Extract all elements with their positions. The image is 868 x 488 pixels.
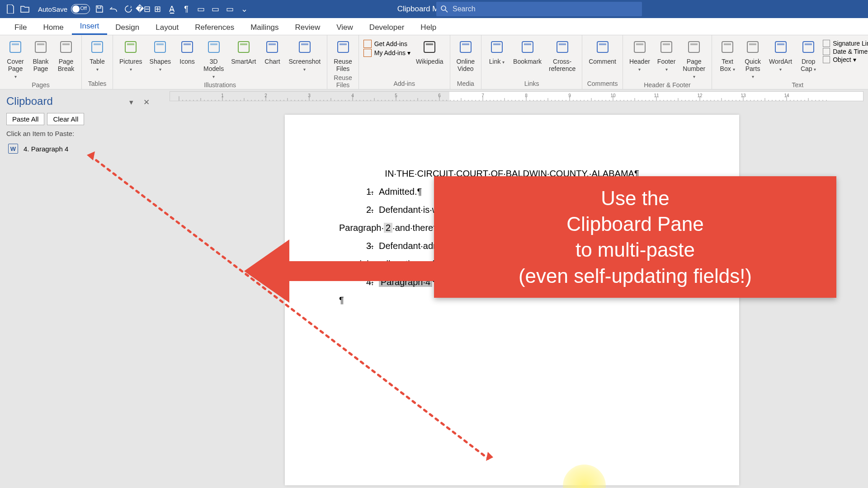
search-input[interactable] [453, 5, 642, 13]
svg-rect-42 [690, 43, 698, 45]
tab-design[interactable]: Design [107, 19, 147, 35]
svg-rect-20 [269, 43, 276, 45]
svg-text:6: 6 [438, 93, 441, 98]
ribbon-online-video[interactable]: OnlineVideo [453, 37, 478, 73]
ribbon-my-add-ins-[interactable]: My Add-ins ▾ [363, 49, 410, 57]
ribbon-text-box-[interactable]: TextBox ▾ [715, 37, 740, 73]
qat-icon6[interactable]: ▭ [210, 4, 220, 14]
tab-developer[interactable]: Developer [361, 19, 413, 35]
group-label: Header & Footer [626, 80, 709, 90]
svg-rect-39 [661, 42, 672, 52]
ribbon-link-[interactable]: Link ▾ [484, 37, 509, 66]
ribbon-wordart-[interactable]: WordArt ▾ [765, 37, 796, 73]
svg-point-0 [441, 6, 446, 10]
svg-text:10: 10 [610, 93, 616, 98]
qat-icon5[interactable]: ▭ [196, 4, 206, 14]
group-label: Media [453, 79, 478, 89]
svg-rect-40 [663, 43, 670, 45]
ribbon-wikipedia[interactable]: Wikipedia [412, 37, 447, 66]
tab-references[interactable]: References [187, 19, 242, 35]
titlebar: AutoSave Off �⊟ ⊞ A̲ ¶ ▭ ▭ ▭ ⌄ Clipboard… [0, 0, 868, 18]
clipboard-item[interactable]: W 4. Paragraph 4 [6, 142, 150, 155]
svg-rect-22 [301, 43, 308, 45]
qat-icon3[interactable]: A̲ [167, 4, 177, 14]
open-icon[interactable] [20, 4, 30, 14]
ribbon-bookmark[interactable]: Bookmark [509, 37, 545, 66]
svg-rect-37 [634, 42, 645, 52]
qat-icon4[interactable]: ¶ [181, 4, 191, 14]
ribbon-blank-page[interactable]: BlankPage [28, 37, 53, 73]
qat-icon7[interactable]: ▭ [225, 4, 235, 14]
svg-rect-2 [12, 43, 19, 45]
svg-rect-32 [524, 43, 531, 45]
clipboard-pane: Clipboard ▾ ✕ Paste All Clear All Click … [0, 89, 156, 488]
ribbon-get-add-ins[interactable]: Get Add-ins [363, 40, 410, 48]
horizontal-ruler[interactable]: 1234567891011121314 [170, 91, 863, 101]
search-box[interactable] [436, 2, 642, 16]
ribbon-table-[interactable]: Table ▾ [85, 37, 110, 73]
svg-rect-34 [559, 43, 566, 45]
qat-icon2[interactable]: ⊞ [152, 4, 162, 14]
clear-all-button[interactable]: Clear All [47, 113, 84, 125]
ribbon-comment[interactable]: Comment [585, 37, 620, 66]
tab-review[interactable]: Review [287, 19, 329, 35]
svg-rect-15 [208, 42, 219, 52]
toggle-control[interactable]: Off [71, 4, 90, 14]
ribbon-date-time[interactable]: Date & Time [823, 48, 868, 55]
svg-rect-17 [238, 42, 249, 52]
svg-text:13: 13 [741, 93, 746, 98]
ribbon-chart[interactable]: Chart [259, 37, 285, 66]
svg-text:12: 12 [697, 93, 703, 98]
group-label: Reuse Files [330, 73, 355, 90]
ribbon--d-models-[interactable]: 3DModels ▾ [200, 37, 227, 80]
svg-rect-29 [491, 42, 502, 52]
ribbon-smartart[interactable]: SmartArt [227, 37, 259, 66]
qat-more-icon[interactable]: ⌄ [239, 4, 249, 14]
ribbon-page-number-[interactable]: PageNumber ▾ [679, 37, 709, 80]
ribbon-icons[interactable]: Icons [175, 37, 200, 66]
tab-mailings[interactable]: Mailings [242, 19, 287, 35]
ribbon-screenshot-[interactable]: Screenshot ▾ [285, 37, 324, 73]
new-doc-icon[interactable] [5, 4, 15, 14]
paste-all-button[interactable]: Paste All [6, 113, 44, 125]
undo-icon[interactable] [109, 4, 119, 14]
search-icon [436, 5, 453, 13]
ribbon-cover-page-[interactable]: CoverPage ▾ [3, 37, 28, 80]
svg-text:2: 2 [264, 93, 267, 98]
tab-help[interactable]: Help [412, 19, 444, 35]
svg-text:8: 8 [525, 93, 528, 98]
group-label: Add-ins [362, 79, 447, 89]
redo-icon[interactable] [123, 4, 133, 14]
ribbon-header-[interactable]: Header ▾ [626, 37, 654, 73]
tab-file[interactable]: File [6, 19, 35, 35]
ribbon-shapes-[interactable]: Shapes ▾ [146, 37, 175, 73]
save-icon[interactable] [94, 4, 104, 14]
pane-options-icon[interactable]: ▾ [129, 98, 133, 107]
svg-text:4: 4 [351, 93, 354, 98]
autosave-toggle[interactable]: AutoSave Off [38, 4, 90, 14]
ribbon-pictures-[interactable]: Pictures ▾ [116, 37, 146, 73]
pane-close-icon[interactable]: ✕ [143, 98, 150, 107]
tab-insert[interactable]: Insert [72, 18, 108, 35]
ribbon-signature-line-[interactable]: Signature Line ▾ [823, 40, 868, 47]
group-label: Pages [3, 80, 79, 90]
tab-view[interactable]: View [328, 19, 361, 35]
group-label: Comments [585, 79, 620, 89]
ribbon-page-break[interactable]: PageBreak [53, 37, 79, 73]
tab-layout[interactable]: Layout [147, 19, 187, 35]
qat-icon[interactable]: �⊟ [138, 4, 148, 14]
svg-rect-47 [775, 42, 786, 52]
ribbon-reuse-files[interactable]: ReuseFiles [330, 37, 355, 73]
svg-rect-5 [61, 42, 71, 52]
ribbon-cross-reference[interactable]: Cross-reference [545, 37, 579, 73]
svg-rect-27 [460, 42, 471, 52]
svg-rect-41 [689, 42, 699, 52]
ribbon-object-[interactable]: Object ▾ [823, 56, 868, 63]
svg-rect-26 [426, 43, 433, 45]
ribbon-drop-cap-[interactable]: DropCap ▾ [796, 37, 821, 73]
ribbon-quick-parts-[interactable]: QuickParts ▾ [740, 37, 765, 80]
tab-home[interactable]: Home [35, 19, 71, 35]
ribbon-tabs: FileHomeInsertDesignLayoutReferencesMail… [0, 18, 868, 35]
page[interactable]: IN·THE·CIRCUIT·COURT·OF·BALDWIN·COUNTY,·… [285, 115, 739, 485]
ribbon-footer-[interactable]: Footer ▾ [654, 37, 679, 73]
